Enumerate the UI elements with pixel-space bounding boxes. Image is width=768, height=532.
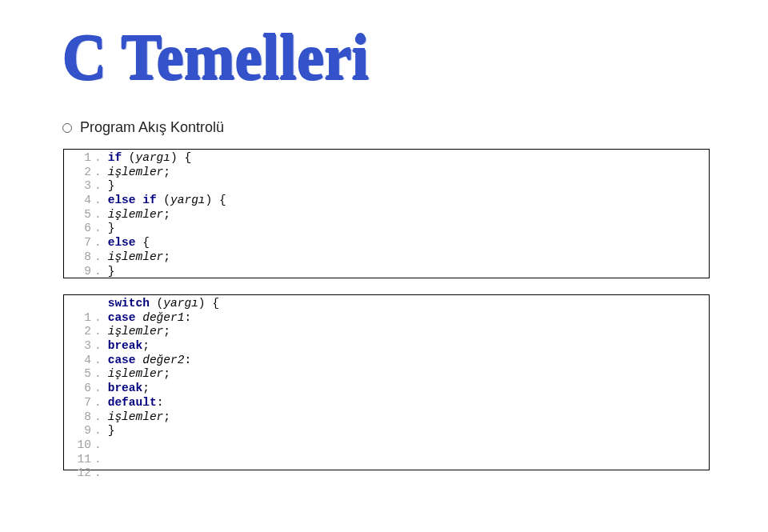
line-number: 7 [64,236,94,250]
bullet-icon [62,123,72,133]
line-separator: . [94,250,108,265]
line-number: 9 [64,424,94,438]
line-number: 5 [64,208,94,222]
code-row: 12. [64,466,709,481]
code-text: işlemler; [108,367,709,382]
code-text [108,438,709,453]
line-separator: . [94,166,108,180]
code-row: 9.} [64,265,709,279]
line-number [64,297,94,311]
code-row: 7.else { [64,236,709,250]
code-text: switch (yargı) { [108,297,709,311]
line-number: 1 [64,151,94,166]
line-number: 8 [64,250,94,265]
line-separator: . [94,410,108,425]
code-text: default: [108,396,709,410]
code-row: 3.break; [64,339,709,354]
code-row: 1.if (yargı) { [64,151,709,166]
code-text: else { [108,236,709,250]
code-text: } [108,222,709,236]
line-separator: . [94,339,108,354]
line-separator: . [94,396,108,410]
code-text: işlemler; [108,166,709,180]
code-row: 7.default: [64,396,709,410]
page-title: C Temelleri [62,20,369,94]
line-number: 2 [64,166,94,180]
line-separator: . [94,438,108,453]
line-number: 11 [64,453,94,467]
line-number: 6 [64,382,94,396]
code-text: } [108,424,709,438]
code-text: } [108,179,709,194]
code-row: 8.işlemler; [64,250,709,265]
code-row: 4.case değer2: [64,354,709,368]
code-row: 2.işlemler; [64,166,709,180]
code-row: 6.break; [64,382,709,396]
line-separator: . [94,311,108,326]
code-text [108,453,709,467]
code-text: işlemler; [108,250,709,265]
code-text: işlemler; [108,410,709,425]
line-separator: . [94,466,108,481]
code-text: if (yargı) { [108,151,709,166]
code-text: } [108,265,709,279]
code-text: else if (yargı) { [108,194,709,208]
line-number: 3 [64,179,94,194]
slide: C Temelleri Program Akış Kontrolü 1.if (… [0,0,768,532]
code-text: case değer2: [108,354,709,368]
line-number: 5 [64,367,94,382]
code-box-switch: switch (yargı) {1.case değer1:2.işlemler… [63,294,710,470]
line-separator: . [94,325,108,339]
code-row: 8.işlemler; [64,410,709,425]
code-row: 11. [64,453,709,467]
line-separator: . [94,179,108,194]
line-separator: . [94,151,108,166]
line-separator: . [94,208,108,222]
subtitle-row: Program Akış Kontrolü [62,119,224,136]
line-separator: . [94,236,108,250]
code-row: 9.} [64,424,709,438]
code-row: 5.işlemler; [64,367,709,382]
line-number: 6 [64,222,94,236]
code-row: 6.} [64,222,709,236]
line-separator: . [94,382,108,396]
code-box-if-else: 1.if (yargı) {2.işlemler;3.}4.else if (y… [63,149,710,278]
line-separator: . [94,453,108,467]
line-separator [94,297,108,311]
code-text: break; [108,382,709,396]
line-number: 7 [64,396,94,410]
line-separator: . [94,222,108,236]
code-row: 3.} [64,179,709,194]
code-text: işlemler; [108,208,709,222]
subtitle-text: Program Akış Kontrolü [80,119,224,136]
code-row: 10. [64,438,709,453]
line-number: 10 [64,438,94,453]
code-row: 1.case değer1: [64,311,709,326]
line-number: 9 [64,265,94,279]
line-separator: . [94,424,108,438]
code-header-row: switch (yargı) { [64,297,709,311]
code-row: 4.else if (yargı) { [64,194,709,208]
line-number: 12 [64,466,94,481]
line-number: 4 [64,354,94,368]
code-row: 2.işlemler; [64,325,709,339]
line-number: 4 [64,194,94,208]
code-row: 5.işlemler; [64,208,709,222]
line-separator: . [94,265,108,279]
line-separator: . [94,367,108,382]
line-number: 2 [64,325,94,339]
line-number: 1 [64,311,94,326]
line-number: 3 [64,339,94,354]
line-separator: . [94,194,108,208]
code-text: işlemler; [108,325,709,339]
line-separator: . [94,354,108,368]
code-text: break; [108,339,709,354]
code-text: case değer1: [108,311,709,326]
code-text [108,466,709,481]
line-number: 8 [64,410,94,425]
